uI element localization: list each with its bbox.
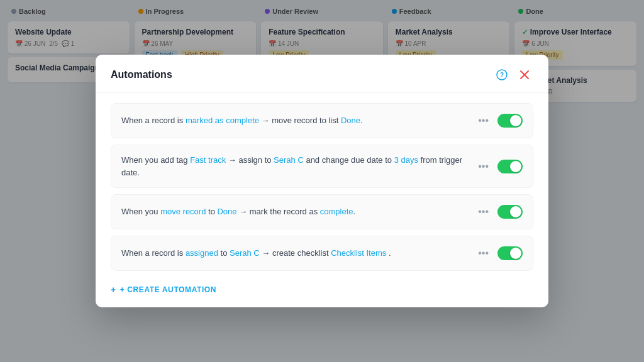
- link-serah-c-2: Serah C: [230, 248, 260, 258]
- link-marked-complete: marked as complete: [186, 116, 259, 125]
- automation-actions-3: •••: [475, 204, 523, 220]
- automation-text-3: When you move record to Done → mark the …: [121, 206, 468, 218]
- automation-text-2: When you add tag Fast track → assign to …: [121, 154, 468, 178]
- automation-menu-4[interactable]: •••: [475, 245, 491, 261]
- automation-actions-1: •••: [475, 112, 523, 129]
- link-serah-c-1: Serah C: [274, 155, 304, 165]
- close-button[interactable]: [516, 66, 533, 84]
- automation-actions-4: •••: [475, 245, 523, 261]
- help-button[interactable]: ?: [493, 66, 511, 84]
- modal-header: Automations ?: [96, 55, 548, 93]
- automation-text-1: When a record is marked as complete → mo…: [121, 114, 468, 127]
- create-automation-label: + CREATE AUTOMATION: [120, 285, 216, 294]
- link-complete: complete: [320, 207, 353, 216]
- automation-menu-3[interactable]: •••: [475, 204, 491, 220]
- link-move-record: move record: [160, 207, 206, 216]
- modal-body: When a record is marked as complete → mo…: [96, 93, 548, 307]
- link-3-days: 3 days: [394, 155, 418, 165]
- link-assigned: assigned: [186, 248, 218, 258]
- create-automation-button[interactable]: + + CREATE AUTOMATION: [111, 277, 216, 297]
- svg-text:?: ?: [500, 72, 504, 79]
- automation-row-4: When a record is assigned to Serah C → c…: [111, 236, 533, 271]
- modal-title: Automations: [111, 69, 172, 80]
- modal-header-actions: ?: [493, 66, 533, 84]
- link-done-2: Done: [217, 207, 236, 216]
- automation-row-2: When you add tag Fast track → assign to …: [111, 145, 533, 188]
- automation-actions-2: •••: [475, 158, 523, 175]
- automation-row-3: When you move record to Done → mark the …: [111, 194, 533, 229]
- toggle-3[interactable]: [497, 205, 523, 219]
- link-done-1: Done: [341, 116, 360, 125]
- link-fast-track: Fast track: [190, 155, 226, 165]
- automation-menu-2[interactable]: •••: [475, 158, 491, 175]
- automation-text-4: When a record is assigned to Serah C → c…: [121, 247, 468, 260]
- automation-row-1: When a record is marked as complete → mo…: [111, 103, 533, 138]
- automations-modal: Automations ? When a record is marked as…: [96, 55, 548, 307]
- automation-menu-1[interactable]: •••: [475, 112, 491, 129]
- toggle-1[interactable]: [497, 114, 523, 128]
- plus-icon: +: [111, 285, 116, 295]
- toggle-2[interactable]: [497, 160, 523, 173]
- toggle-4[interactable]: [497, 246, 523, 260]
- link-checklist-items: Checklist Items: [331, 248, 386, 258]
